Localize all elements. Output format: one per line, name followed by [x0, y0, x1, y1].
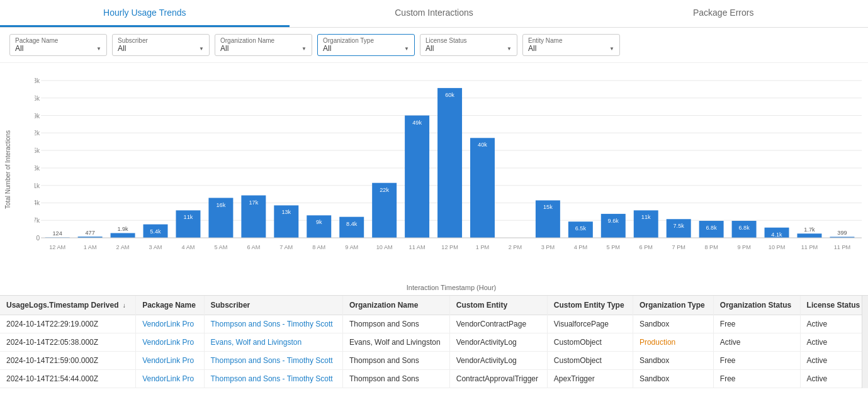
svg-text:12 PM: 12 PM [441, 244, 458, 250]
table-cell[interactable]: Thompson and Sons - Timothy Scott [204, 352, 343, 370]
svg-text:8 AM: 8 AM [312, 244, 325, 250]
tab-package[interactable]: Package Errors [578, 0, 868, 27]
table-cell: Active [713, 333, 800, 352]
svg-rect-53 [405, 116, 429, 238]
col-timestamp[interactable]: UsageLogs.Timestamp Derived ↓ [0, 296, 136, 315]
svg-text:4 AM: 4 AM [182, 244, 195, 250]
svg-text:22k: 22k [380, 187, 389, 193]
svg-rect-87 [798, 233, 822, 238]
filter-bar: Package Name All Subscriber All Organiza… [0, 28, 868, 63]
table-cell: CustomObject [547, 352, 633, 370]
svg-text:8.4k: 8.4k [346, 221, 358, 227]
filter-entity-name-value: All [528, 44, 614, 53]
svg-text:5.4k: 5.4k [150, 228, 161, 235]
svg-text:16k: 16k [217, 202, 226, 208]
table-cell[interactable]: VendorLink Pro [136, 352, 204, 370]
table-row: 2024-10-14T22:29:19.000ZVendorLink ProTh… [0, 315, 868, 333]
table-cell: ApexTrigger [547, 370, 633, 388]
filter-license-status-label: License Status [426, 37, 512, 44]
svg-text:28k: 28k [35, 165, 40, 172]
table-cell[interactable]: Thompson and Sons - Timothy Scott [204, 315, 343, 333]
svg-text:5 AM: 5 AM [214, 244, 227, 250]
table-cell: Thompson and Sons [343, 315, 450, 333]
svg-text:477: 477 [85, 230, 94, 236]
svg-text:42k: 42k [35, 130, 40, 137]
filter-org-name[interactable]: Organization Name All [215, 34, 312, 56]
svg-text:4 PM: 4 PM [574, 244, 587, 250]
table-cell: VendorContractPage [449, 315, 547, 333]
svg-text:9 AM: 9 AM [345, 244, 358, 250]
filter-package-name[interactable]: Package Name All [9, 34, 107, 56]
filter-entity-name-label: Entity Name [528, 37, 614, 44]
filter-license-status[interactable]: License Status All [420, 34, 517, 56]
svg-text:6 PM: 6 PM [640, 244, 653, 250]
table-cell[interactable]: Thompson and Sons - Timothy Scott [204, 370, 343, 388]
svg-text:9k: 9k [316, 219, 322, 225]
svg-text:3 PM: 3 PM [541, 244, 555, 250]
svg-text:1 AM: 1 AM [84, 244, 97, 250]
tab-custom[interactable]: Custom Interactions [290, 0, 579, 27]
table-header-row: UsageLogs.Timestamp Derived ↓ Package Na… [0, 296, 868, 315]
svg-text:399: 399 [837, 230, 847, 236]
svg-text:10 AM: 10 AM [376, 244, 393, 250]
table-cell: 2024-10-14T21:54:44.000Z [0, 370, 136, 388]
svg-text:7 AM: 7 AM [279, 244, 293, 250]
svg-text:1.9k: 1.9k [117, 226, 128, 233]
table-cell: Active [800, 352, 868, 370]
table-row: 2024-10-14T21:59:00.000ZVendorLink ProTh… [0, 352, 868, 370]
svg-text:11k: 11k [184, 214, 193, 220]
table-cell: 2024-10-14T22:05:38.000Z [0, 333, 136, 352]
table-cell: Active [800, 370, 868, 388]
svg-text:14k: 14k [35, 200, 40, 207]
svg-text:4.1k: 4.1k [771, 232, 782, 238]
filter-org-type-value: All [323, 44, 409, 53]
svg-rect-56 [437, 88, 462, 238]
table-row: 2024-10-14T21:54:44.000ZVendorLink ProTh… [0, 370, 868, 388]
table-cell: Sandbox [633, 352, 713, 370]
data-table: UsageLogs.Timestamp Derived ↓ Package Na… [0, 295, 868, 388]
svg-text:124: 124 [53, 231, 62, 237]
svg-text:49k: 49k [35, 113, 40, 120]
table-cell[interactable]: VendorLink Pro [136, 370, 204, 388]
svg-text:0: 0 [36, 235, 40, 242]
filter-license-status-value: All [426, 44, 512, 53]
table-cell: VendorActivityLog [449, 352, 547, 370]
scrollbar[interactable] [862, 296, 868, 388]
table-cell[interactable]: VendorLink Pro [136, 315, 204, 333]
bar-chart: 07k14k21k28k35k42k49k56k63k12412 AM4771 … [35, 68, 862, 282]
svg-text:9.6k: 9.6k [608, 218, 619, 224]
tab-hourly[interactable]: Hourly Usage Trends [0, 0, 290, 27]
filter-subscriber-label: Subscriber [118, 37, 204, 44]
svg-text:49k: 49k [412, 120, 422, 126]
col-org-name: Organization Name [343, 296, 450, 315]
table-cell: CustomObject [547, 333, 633, 352]
svg-text:3 AM: 3 AM [149, 244, 162, 250]
svg-text:9 PM: 9 PM [737, 244, 750, 250]
sort-icon: ↓ [123, 302, 126, 309]
x-axis-label: Interaction Timestamp (Hour) [35, 284, 868, 295]
col-license-status: License Status [800, 296, 868, 315]
col-org-type: Organization Type [633, 296, 713, 315]
svg-text:10 PM: 10 PM [769, 244, 785, 250]
table-cell: Free [713, 370, 800, 388]
col-subscriber: Subscriber [204, 296, 343, 315]
table-cell: Production [633, 333, 713, 352]
svg-text:2 AM: 2 AM [116, 244, 130, 250]
filter-entity-name[interactable]: Entity Name All [522, 34, 620, 56]
table-cell: VendorActivityLog [449, 333, 547, 352]
svg-text:6 AM: 6 AM [247, 244, 260, 250]
table-cell[interactable]: Evans, Wolf and Livingston [204, 333, 343, 352]
svg-text:56k: 56k [35, 95, 40, 102]
col-custom-entity: Custom Entity [449, 296, 547, 315]
svg-text:6.8k: 6.8k [706, 225, 717, 231]
svg-text:7 PM: 7 PM [672, 244, 685, 250]
filter-subscriber[interactable]: Subscriber All [112, 34, 210, 56]
svg-text:17k: 17k [249, 199, 258, 206]
svg-text:63k: 63k [35, 77, 40, 84]
filter-org-type[interactable]: Organization Type All [317, 34, 415, 56]
svg-text:60k: 60k [445, 92, 454, 98]
table-cell[interactable]: VendorLink Pro [136, 333, 204, 352]
svg-text:6.8k: 6.8k [738, 225, 750, 231]
table-cell: Sandbox [633, 315, 713, 333]
svg-text:35k: 35k [35, 147, 40, 154]
